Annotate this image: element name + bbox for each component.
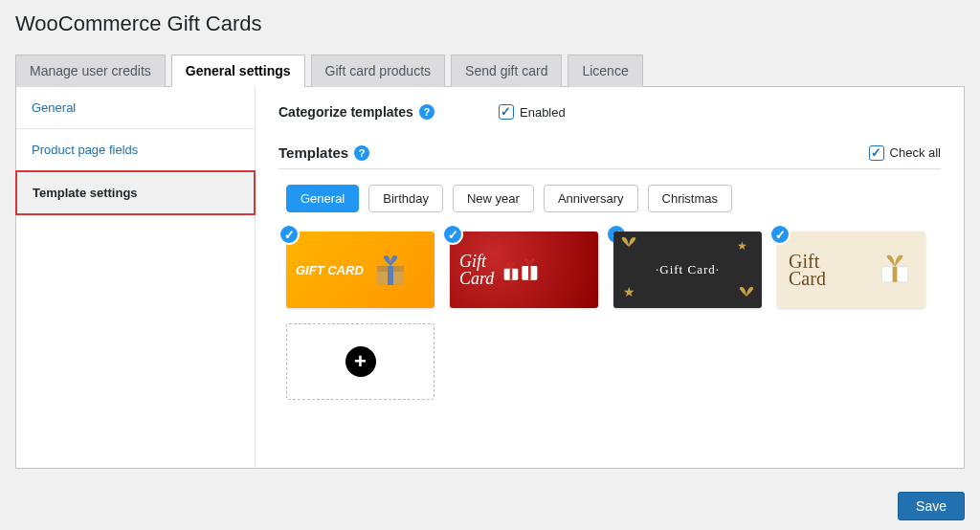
svg-rect-4 [510,269,513,280]
pill-general[interactable]: General [286,185,359,212]
card-text: ·Gift Card· [656,262,720,277]
plus-icon: + [345,346,376,377]
star-icon: ★ [737,239,748,254]
help-icon[interactable]: ? [419,104,434,120]
checkmark-icon: ✓ [278,224,300,245]
svg-rect-6 [528,266,531,280]
tab-gift-card-products[interactable]: Gift card products [311,55,446,87]
gift-icon [876,251,914,289]
tabs: Manage user credits General settings Gif… [15,54,965,86]
template-card-red[interactable]: ✓ Gift Card [450,232,598,308]
pill-birthday[interactable]: Birthday [368,185,443,212]
settings-panel: General Product page fields Template set… [15,86,965,469]
categorize-enabled-text: Enabled [520,105,566,120]
categorize-field: Enabled [499,104,566,120]
template-card-cream[interactable]: ✓ Gift Card [777,232,925,308]
card-text: Gift Card [459,253,494,287]
sidebar-item-template-settings[interactable]: Template settings [15,170,256,215]
card-text: Gift Card [789,253,826,287]
categorize-row: Categorize templates ? Enabled [278,104,941,120]
categorize-checkbox[interactable] [499,104,514,120]
save-bar: Save [898,492,965,520]
add-template-card[interactable]: + [286,323,434,400]
gift-icon [371,251,410,289]
star-icon: ★ [623,284,636,300]
content-area: Categorize templates ? Enabled Templates… [256,87,964,468]
template-grid: ✓ GIFT CARD ✓ Gift Card [278,232,941,400]
sidebar-item-product-page[interactable]: Product page fields [16,129,255,171]
sidebar: General Product page fields Template set… [16,87,256,468]
template-card-dark[interactable]: ✓ ★ ★ ·Gift Card· [613,232,762,308]
categorize-label-text: Categorize templates [278,104,413,120]
pill-new-year[interactable]: New year [453,185,534,212]
templates-header: Templates ? Check all [278,144,941,169]
sidebar-item-general[interactable]: General [16,87,255,129]
pill-anniversary[interactable]: Anniversary [544,185,638,212]
checkmark-icon: ✓ [442,224,463,245]
page-title: WooCommerce Gift Cards [15,11,965,36]
pill-christmas[interactable]: Christmas [648,185,733,212]
gift-icon [501,251,540,289]
bow-icon [737,285,756,304]
bow-icon [619,235,638,254]
templates-title: Templates ? [278,144,369,161]
card-text: GIFT CARD [296,263,364,277]
check-all-checkbox[interactable] [869,145,884,161]
help-icon[interactable]: ? [354,145,369,161]
check-all[interactable]: Check all [869,145,941,161]
checkmark-icon: ✓ [769,224,791,245]
tab-send-gift-card[interactable]: Send gift card [451,55,562,87]
template-card-yellow[interactable]: ✓ GIFT CARD [286,232,434,308]
categorize-label: Categorize templates ? [278,104,499,120]
category-pills: General Birthday New year Anniversary Ch… [278,185,941,212]
tab-manage-credits[interactable]: Manage user credits [15,55,166,87]
svg-rect-8 [893,267,898,282]
save-button[interactable]: Save [898,492,965,520]
check-all-text: Check all [890,145,941,160]
tab-general-settings[interactable]: General settings [171,55,305,87]
templates-title-text: Templates [278,144,348,161]
tab-licence[interactable]: Licence [568,55,642,87]
svg-rect-2 [388,266,393,285]
